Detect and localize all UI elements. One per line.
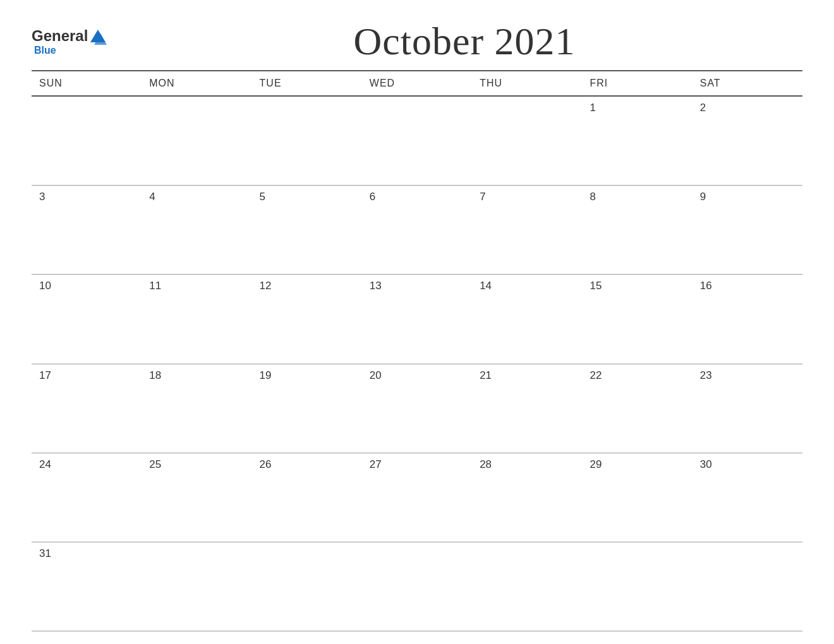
day-number: 12 [260,280,272,292]
day-number: 20 [370,369,382,381]
day-cell: 21 [472,364,582,453]
day-number: 5 [260,191,265,203]
day-number: 25 [149,458,161,470]
day-number: 11 [149,280,161,292]
day-cell [692,542,802,631]
day-cell: 15 [582,275,692,363]
weeks: 1234567891011121314151617181920212223242… [32,97,802,631]
day-cell: 20 [362,364,472,453]
day-number: 7 [480,191,485,203]
day-cell [142,97,251,185]
day-number: 9 [700,191,706,203]
day-cell: 29 [582,453,692,542]
day-cell: 9 [692,186,802,274]
day-header-wed: WED [362,71,472,95]
day-header-mon: MON [142,71,251,95]
logo-general: General [32,27,88,45]
logo-icon [89,27,107,45]
day-number: 16 [700,280,712,292]
day-header-thu: THU [472,71,582,95]
day-cell [32,97,142,185]
day-number: 26 [260,458,272,470]
day-cell: 13 [362,275,472,363]
day-number: 23 [700,369,712,381]
day-header-sat: SAT [692,71,802,95]
logo: General Blue [32,27,114,56]
day-header-sun: SUN [32,71,142,95]
day-cell: 2 [692,97,802,185]
day-cell: 18 [142,364,251,453]
day-cell [252,97,362,185]
day-number: 28 [480,458,492,470]
week-row-0: 12 [32,97,802,186]
day-headers: SUNMONTUEWEDTHUFRISAT [32,71,802,97]
day-cell: 8 [582,186,692,274]
day-number: 14 [480,280,492,292]
month-title: October 2021 [126,19,802,64]
day-number: 30 [700,458,712,470]
day-number: 1 [589,102,595,114]
week-row-5: 31 [32,542,802,631]
day-number: 4 [149,191,155,203]
day-cell: 25 [142,453,251,542]
day-cell: 23 [692,364,802,453]
header: General Blue October 2021 [32,19,802,64]
day-cell [472,542,582,631]
day-number: 21 [480,369,492,381]
day-number: 22 [589,369,601,381]
day-number: 3 [39,191,45,203]
day-number: 10 [39,280,51,292]
day-number: 17 [39,369,51,381]
day-cell [142,542,251,631]
day-cell: 19 [252,364,362,453]
day-number: 24 [39,458,51,470]
day-cell: 14 [472,275,582,363]
day-number: 19 [260,369,272,381]
day-cell: 31 [32,542,142,631]
day-cell: 24 [32,453,142,542]
day-cell: 22 [582,364,692,453]
day-number: 2 [700,102,706,114]
day-cell: 5 [252,186,362,274]
day-cell [582,542,692,631]
day-cell [472,97,582,185]
day-cell [252,542,362,631]
week-row-4: 24252627282930 [32,453,802,542]
day-number: 13 [370,280,382,292]
day-cell: 1 [582,97,692,185]
logo-blue: Blue [34,45,56,56]
day-cell: 16 [692,275,802,363]
day-number: 18 [149,369,161,381]
day-number: 8 [589,191,595,203]
week-row-2: 10111213141516 [32,275,802,364]
day-cell [362,542,472,631]
day-cell [362,97,472,185]
week-row-1: 3456789 [32,186,802,275]
day-cell: 17 [32,364,142,453]
day-cell: 26 [252,453,362,542]
day-cell: 28 [472,453,582,542]
day-number: 31 [39,547,51,559]
calendar: SUNMONTUEWEDTHUFRISAT 123456789101112131… [32,70,802,631]
week-row-3: 17181920212223 [32,364,802,453]
day-header-fri: FRI [582,71,692,95]
day-cell: 10 [32,275,142,363]
day-number: 29 [589,458,601,470]
day-cell: 6 [362,186,472,274]
day-number: 27 [370,458,382,470]
day-number: 6 [370,191,375,203]
day-cell: 30 [692,453,802,542]
day-header-tue: TUE [252,71,362,95]
day-cell: 27 [362,453,472,542]
day-cell: 4 [142,186,251,274]
calendar-page: General Blue October 2021 SUNMONTUEWEDTH… [0,0,834,644]
day-number: 15 [589,280,601,292]
day-cell: 11 [142,275,251,363]
day-cell: 3 [32,186,142,274]
day-cell: 7 [472,186,582,274]
day-cell: 12 [252,275,362,363]
